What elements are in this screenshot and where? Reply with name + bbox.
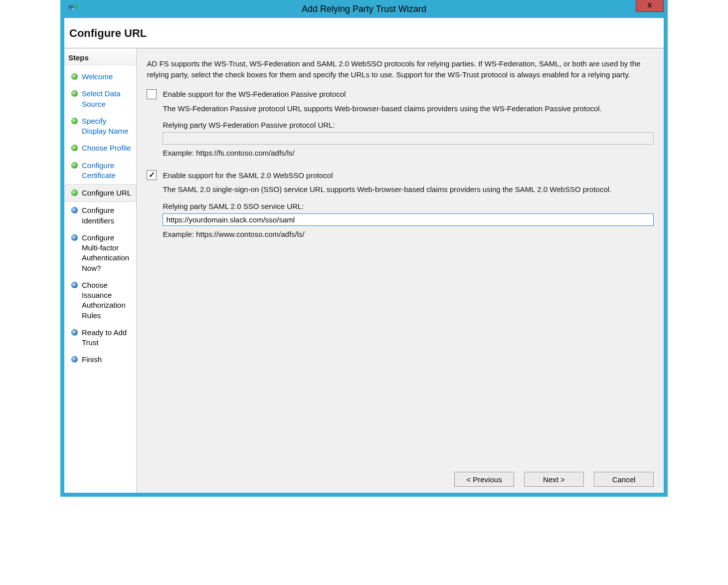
step-configure-mfa: Configure Multi-factor Authentication No… [64, 229, 136, 277]
wsfed-description: The WS-Federation Passive protocol URL s… [163, 103, 654, 114]
step-label: Ready to Add Trust [82, 328, 131, 348]
step-label: Specify Display Name [82, 116, 131, 137]
close-icon: x [648, 0, 652, 9]
cancel-button[interactable]: Cancel [594, 472, 654, 487]
wsfed-url-input [163, 132, 654, 145]
steps-list: Welcome Select Data Source Specify Displ… [64, 65, 136, 369]
saml-section: Enable support for the SAML 2.0 WebSSO p… [147, 170, 654, 238]
previous-button[interactable]: < Previous [454, 472, 514, 487]
step-bullet-icon [71, 162, 78, 169]
step-bullet-icon [71, 234, 78, 241]
step-specify-display-name[interactable]: Specify Display Name [64, 113, 136, 140]
app-icon [68, 4, 78, 14]
step-label: Configure URL [82, 188, 131, 198]
steps-heading: Steps [64, 50, 136, 65]
svg-rect-1 [71, 8, 75, 11]
step-bullet-icon [71, 145, 78, 151]
steps-sidebar: Steps Welcome Select Data Source Specify… [64, 48, 137, 493]
titlebar: Add Relying Party Trust Wizard x [64, 0, 664, 18]
step-label: Configure Identifiers [82, 205, 131, 226]
svg-point-2 [74, 5, 77, 8]
step-bullet-icon [71, 118, 78, 124]
step-welcome[interactable]: Welcome [64, 68, 136, 85]
wsfed-checkbox-label: Enable support for the WS-Federation Pas… [163, 90, 346, 98]
step-choose-issuance-rules: Choose Issuance Authorization Rules [64, 277, 136, 324]
content-pane: AD FS supports the WS-Trust, WS-Federati… [137, 48, 664, 493]
window-title: Add Relying Party Trust Wizard [302, 4, 426, 14]
step-configure-certificate[interactable]: Configure Certificate [64, 157, 136, 185]
step-label: Configure Multi-factor Authentication No… [82, 233, 131, 273]
step-select-data-source[interactable]: Select Data Source [64, 85, 136, 113]
step-label: Welcome [82, 72, 113, 82]
step-label: Choose Profile [82, 143, 131, 153]
saml-example: Example: https://www.contoso.com/adfs/ls… [163, 230, 654, 238]
step-bullet-icon [71, 90, 78, 97]
page-header: Configure URL [64, 18, 664, 48]
wsfed-checkbox[interactable] [147, 89, 157, 99]
wsfed-url-label: Relying party WS-Federation Passive prot… [163, 121, 654, 129]
saml-url-input[interactable] [163, 213, 654, 226]
step-finish: Finish [64, 351, 136, 368]
intro-text: AD FS supports the WS-Trust, WS-Federati… [147, 58, 654, 80]
saml-url-label: Relying party SAML 2.0 SSO service URL: [163, 202, 654, 210]
wizard-window: Add Relying Party Trust Wizard x Configu… [60, 0, 668, 497]
step-label: Configure Certificate [82, 161, 131, 181]
step-bullet-icon [71, 356, 78, 363]
step-label: Select Data Source [82, 89, 131, 109]
wsfed-section: Enable support for the WS-Federation Pas… [147, 89, 654, 158]
step-label: Choose Issuance Authorization Rules [82, 280, 131, 321]
step-bullet-icon [71, 73, 78, 80]
step-bullet-icon [71, 329, 78, 336]
step-configure-identifiers: Configure Identifiers [64, 202, 136, 229]
step-bullet-icon [71, 190, 78, 196]
wizard-button-row: < Previous Next > Cancel [147, 467, 654, 487]
wsfed-example: Example: https://fs.contoso.com/adfs/ls/ [163, 149, 654, 157]
step-bullet-icon [71, 207, 78, 213]
close-button[interactable]: x [636, 0, 664, 12]
body: Steps Welcome Select Data Source Specify… [64, 48, 664, 493]
saml-description: The SAML 2.0 single-sign-on (SSO) servic… [163, 184, 654, 195]
step-bullet-icon [71, 282, 78, 288]
content-scroll: AD FS supports the WS-Trust, WS-Federati… [147, 58, 654, 467]
step-ready-to-add-trust: Ready to Add Trust [64, 324, 136, 352]
page-title: Configure URL [69, 27, 659, 40]
step-label: Finish [82, 355, 102, 365]
step-configure-url: Configure URL [64, 184, 136, 202]
step-choose-profile[interactable]: Choose Profile [64, 140, 136, 157]
saml-checkbox[interactable] [147, 170, 157, 180]
saml-checkbox-label: Enable support for the SAML 2.0 WebSSO p… [163, 171, 333, 180]
next-button[interactable]: Next > [524, 472, 584, 487]
